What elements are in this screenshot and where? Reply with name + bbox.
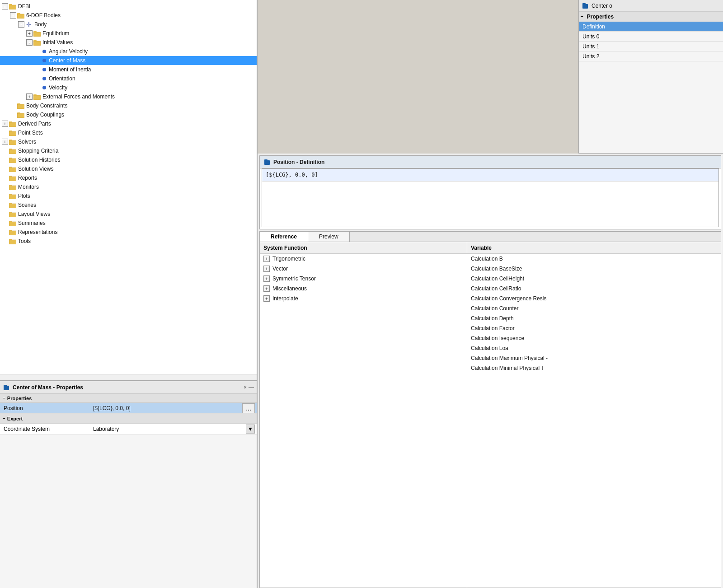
coordinate-system-dropdown[interactable]: ▼	[246, 425, 255, 434]
properties-label: Properties	[7, 396, 32, 401]
tree-item-external-forces[interactable]: + External Forces and Moments	[0, 92, 257, 101]
var-item-9[interactable]: Calculation Loa	[467, 343, 721, 353]
bottom-panel-title: Center of Mass - Properties	[13, 384, 240, 391]
minimize-button[interactable]: —	[249, 384, 254, 391]
system-functions-header: System Function	[260, 242, 467, 254]
tree-item-body-constraints[interactable]: Body Constraints	[0, 101, 257, 110]
tree-item-dfbi[interactable]: - DFBI	[0, 2, 257, 11]
sys-func-toggle-2[interactable]: +	[263, 275, 270, 282]
svg-text:✛: ✛	[26, 21, 32, 28]
tree-toggle-equilibrium[interactable]: +	[26, 30, 33, 37]
var-item-0[interactable]: Calculation B	[467, 254, 721, 264]
tree-toggle-body[interactable]: -	[18, 21, 24, 28]
sys-func-item-0[interactable]: +Trigonometric	[260, 254, 467, 264]
tree-item-angular-velocity[interactable]: Angular Velocity	[0, 47, 257, 56]
units0-label: Units 0	[581, 33, 599, 40]
folder-icon-external-forces	[33, 93, 41, 100]
sys-func-item-4[interactable]: +Interpolate	[260, 294, 467, 303]
tree-scrollbar[interactable]	[0, 374, 257, 380]
tree-item-representations[interactable]: Representations	[0, 228, 257, 237]
tree-item-stopping-criteria[interactable]: Stopping Criteria	[0, 146, 257, 155]
tree-item-orientation[interactable]: Orientation	[0, 74, 257, 83]
var-label-6: Calculation Depth	[471, 315, 514, 322]
tree-item-plots[interactable]: Plots	[0, 191, 257, 201]
var-item-8[interactable]: Calculation Isequence	[467, 333, 721, 343]
tree-item-tools[interactable]: Tools	[0, 237, 257, 246]
units0-row[interactable]: Units 0	[579, 32, 723, 42]
variables-list: Calculation BCalculation BaseSizeCalcula…	[467, 254, 721, 373]
tree-item-derived-parts[interactable]: + Derived Parts	[0, 119, 257, 128]
definition-row[interactable]: Definition	[579, 22, 723, 32]
tree-item-solution-histories[interactable]: Solution Histories	[0, 155, 257, 164]
tree-item-monitors[interactable]: Monitors	[0, 182, 257, 191]
bullet-icon-velocity	[42, 86, 46, 89]
position-property-row[interactable]: Position [${LCG}, 0.0, 0] ...	[0, 403, 257, 414]
var-item-1[interactable]: Calculation BaseSize	[467, 264, 721, 274]
tree-item-reports[interactable]: Reports	[0, 173, 257, 182]
close-button[interactable]: ×	[244, 384, 247, 391]
var-label-5: Calculation Counter	[471, 305, 518, 312]
tree-item-moment-of-inertia[interactable]: Moment of Inertia	[0, 65, 257, 74]
tree-item-center-of-mass[interactable]: Center of Mass	[0, 56, 257, 65]
sys-func-toggle-3[interactable]: +	[263, 285, 270, 292]
left-panel: - DFBI- 6-DOF Bodies- ✛ Body+ Equilibriu…	[0, 0, 258, 588]
tree-item-equilibrium[interactable]: + Equilibrium	[0, 29, 257, 38]
tree-item-initial-values[interactable]: - Initial Values	[0, 38, 257, 47]
tree-item-velocity[interactable]: Velocity	[0, 83, 257, 92]
sys-func-toggle-0[interactable]: +	[263, 256, 270, 262]
tree-item-point-sets[interactable]: Point Sets	[0, 128, 257, 137]
right-panel: Center o − Properties Definition Units 0…	[258, 0, 723, 588]
tree-toggle-solvers[interactable]: +	[2, 139, 8, 145]
sys-func-label-3: Miscellaneous	[272, 285, 307, 292]
var-item-11[interactable]: Calculation Minimal Physical T	[467, 363, 721, 373]
svg-rect-69	[264, 159, 268, 161]
tree-toggle-dfbi[interactable]: -	[2, 3, 8, 9]
formula-input[interactable]: [${LCG}, 0.0, 0]	[262, 169, 718, 182]
pos-def-icon	[263, 159, 271, 166]
tree-label-derived-parts: Derived Parts	[18, 121, 51, 127]
var-label-8: Calculation Isequence	[471, 335, 524, 341]
sys-func-toggle-1[interactable]: +	[263, 266, 270, 272]
tree-item-layout-views[interactable]: Layout Views	[0, 210, 257, 219]
tree-toggle-initial-values[interactable]: -	[26, 39, 33, 46]
folder-icon-point-sets	[9, 130, 16, 136]
sys-func-toggle-4[interactable]: +	[263, 295, 270, 302]
var-item-10[interactable]: Calculation Maximum Physical -	[467, 353, 721, 363]
tab-preview[interactable]: Preview	[308, 232, 350, 242]
tree-item-6dof-bodies[interactable]: - 6-DOF Bodies	[0, 11, 257, 20]
tree-toggle-6dof-bodies[interactable]: -	[10, 12, 16, 19]
properties-collapse-icon[interactable]: −	[3, 396, 5, 401]
tree-label-solution-histories: Solution Histories	[18, 157, 60, 163]
tree-item-solution-views[interactable]: Solution Views	[0, 164, 257, 173]
tree-toggle-derived-parts[interactable]: +	[2, 121, 8, 127]
tree-item-solvers[interactable]: + Solvers	[0, 137, 257, 146]
position-definition-panel: Position - Definition [${LCG}, 0.0, 0]	[259, 155, 721, 229]
tree-item-body[interactable]: - ✛ Body	[0, 20, 257, 29]
var-item-6[interactable]: Calculation Depth	[467, 313, 721, 323]
side-panel-title: Center o	[592, 3, 720, 9]
tree-item-body-couplings[interactable]: Body Couplings	[0, 110, 257, 119]
units1-row[interactable]: Units 1	[579, 42, 723, 51]
expert-collapse-icon[interactable]: −	[3, 416, 5, 421]
tree-label-initial-values: Initial Values	[42, 39, 73, 46]
bullet-icon-orientation	[42, 77, 46, 80]
tree-item-scenes[interactable]: Scenes	[0, 201, 257, 210]
sys-func-item-2[interactable]: +Symmetric Tensor	[260, 274, 467, 284]
position-dots-button[interactable]: ...	[242, 403, 255, 413]
variables-header-label: Variable	[471, 245, 492, 251]
tree-item-summaries[interactable]: Summaries	[0, 219, 257, 228]
var-item-4[interactable]: Calculation Convergence Resis	[467, 294, 721, 303]
side-props-collapse[interactable]: −	[581, 14, 583, 19]
var-item-7[interactable]: Calculation Factor	[467, 323, 721, 333]
tab-reference[interactable]: Reference	[260, 232, 308, 242]
var-item-3[interactable]: Calculation CellRatio	[467, 284, 721, 294]
tree-label-representations: Representations	[18, 229, 57, 235]
units2-row[interactable]: Units 2	[579, 51, 723, 61]
var-item-5[interactable]: Calculation Counter	[467, 303, 721, 313]
var-item-2[interactable]: Calculation CellHeight	[467, 274, 721, 284]
side-properties-header: − Properties	[579, 12, 723, 22]
sys-func-item-1[interactable]: +Vector	[260, 264, 467, 274]
tree-toggle-external-forces[interactable]: +	[26, 93, 33, 100]
tree-area[interactable]: - DFBI- 6-DOF Bodies- ✛ Body+ Equilibriu…	[0, 0, 257, 374]
sys-func-item-3[interactable]: +Miscellaneous	[260, 284, 467, 294]
